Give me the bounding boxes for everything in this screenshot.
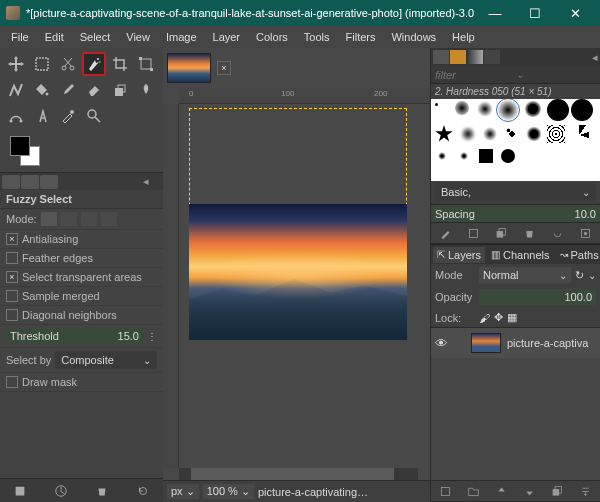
layer-list[interactable]: 👁 picture-a-captiva — [431, 327, 600, 480]
feather-row[interactable]: Feather edges — [0, 249, 163, 268]
fg-bg-color[interactable] — [10, 136, 50, 172]
lock-alpha-icon[interactable]: ▦ — [507, 311, 517, 324]
refresh-brush-icon[interactable] — [551, 227, 564, 240]
minimize-button[interactable]: — — [476, 0, 514, 26]
horizontal-scrollbar[interactable] — [179, 468, 418, 480]
duplicate-brush-icon[interactable] — [495, 227, 508, 240]
fuzzy-select-tool[interactable] — [82, 52, 106, 76]
reset-icon[interactable] — [136, 484, 150, 498]
sample-merged-row[interactable]: Sample merged — [0, 287, 163, 306]
mode-switch-icon[interactable]: ↻ — [575, 269, 584, 282]
paths-tab[interactable]: ↝Paths — [556, 247, 600, 263]
patterns-tab-icon[interactable] — [450, 50, 466, 64]
select-transparent-checkbox[interactable] — [6, 271, 18, 283]
menu-help[interactable]: Help — [445, 29, 482, 45]
spacing-row[interactable]: Spacing10.0 — [431, 204, 600, 222]
path-tool[interactable] — [4, 104, 28, 128]
bucket-fill-tool[interactable] — [30, 78, 54, 102]
zoom-tool[interactable] — [82, 104, 106, 128]
merge-down-icon[interactable] — [579, 485, 592, 498]
threshold-slider[interactable]: Threshold15.0 — [6, 328, 143, 344]
restore-preset-icon[interactable] — [54, 484, 68, 498]
feather-checkbox[interactable] — [6, 252, 18, 264]
brushes-tab-icon[interactable] — [433, 50, 449, 64]
tab-device-status[interactable] — [21, 175, 39, 189]
scissors-tool[interactable] — [56, 52, 80, 76]
smudge-tool[interactable] — [134, 78, 158, 102]
drawmask-checkbox[interactable] — [6, 376, 18, 388]
new-group-icon[interactable] — [467, 485, 480, 498]
menu-file[interactable]: File — [4, 29, 36, 45]
visibility-eye-icon[interactable]: 👁 — [435, 336, 449, 351]
menu-tools[interactable]: Tools — [297, 29, 337, 45]
text-tool[interactable] — [30, 104, 54, 128]
threshold-spinner-icon[interactable]: ⋮ — [147, 331, 157, 342]
lock-position-icon[interactable]: ✥ — [494, 311, 503, 324]
mode-chevron-icon[interactable]: ⌄ — [588, 270, 596, 281]
blend-mode-dropdown[interactable]: Normal⌄ — [479, 267, 571, 283]
image-tab-close-icon[interactable]: × — [217, 61, 231, 75]
layer-down-icon[interactable] — [523, 485, 536, 498]
select-transparent-row[interactable]: Select transparent areas — [0, 268, 163, 287]
selectby-dropdown[interactable]: Composite⌄ — [55, 351, 157, 369]
menu-image[interactable]: Image — [159, 29, 204, 45]
mode-intersect-icon[interactable] — [101, 212, 117, 226]
new-layer-icon[interactable] — [439, 485, 452, 498]
menu-layer[interactable]: Layer — [206, 29, 248, 45]
diagonal-row[interactable]: Diagonal neighbors — [0, 306, 163, 325]
transform-tool[interactable] — [134, 52, 158, 76]
tab-undo-history[interactable] — [40, 175, 58, 189]
menu-colors[interactable]: Colors — [249, 29, 295, 45]
delete-preset-icon[interactable] — [95, 484, 109, 498]
warp-tool[interactable] — [4, 78, 28, 102]
layers-tab[interactable]: ⇱Layers — [433, 247, 485, 263]
brush-preset-dropdown[interactable]: Basic,⌄ — [435, 183, 596, 201]
edit-brush-icon[interactable] — [439, 227, 452, 240]
color-picker-tool[interactable] — [56, 104, 80, 128]
duplicate-layer-icon[interactable] — [551, 485, 564, 498]
close-button[interactable]: ✕ — [556, 0, 594, 26]
brush-filter-input[interactable]: filter⌄ — [431, 66, 600, 84]
gradients-tab-icon[interactable] — [467, 50, 483, 64]
paintbrush-tool[interactable] — [56, 78, 80, 102]
lock-pixels-icon[interactable]: 🖌 — [479, 312, 490, 324]
menu-filters[interactable]: Filters — [339, 29, 383, 45]
maximize-button[interactable]: ☐ — [516, 0, 554, 26]
tab-tool-options[interactable] — [2, 175, 20, 189]
threshold-row[interactable]: Threshold15.0 ⋮ — [0, 325, 163, 348]
save-preset-icon[interactable] — [13, 484, 27, 498]
drawmask-row[interactable]: Draw mask — [0, 373, 163, 392]
scrollbar-thumb[interactable] — [191, 468, 394, 480]
menu-select[interactable]: Select — [73, 29, 118, 45]
diagonal-checkbox[interactable] — [6, 309, 18, 321]
menu-view[interactable]: View — [119, 29, 157, 45]
dock-menu-icon[interactable]: ◂ — [592, 51, 598, 64]
unit-selector[interactable]: px ⌄ — [167, 484, 199, 499]
mode-replace-icon[interactable] — [41, 212, 57, 226]
layer-up-icon[interactable] — [495, 485, 508, 498]
layer-name[interactable]: picture-a-captiva — [507, 337, 588, 349]
fg-color-swatch[interactable] — [10, 136, 30, 156]
menu-edit[interactable]: Edit — [38, 29, 71, 45]
move-tool[interactable] — [4, 52, 28, 76]
horizontal-ruler[interactable]: 0 100 200 — [179, 88, 430, 104]
crop-tool[interactable] — [108, 52, 132, 76]
layer-thumbnail[interactable] — [471, 333, 501, 353]
tab-menu-icon[interactable]: ◂ — [143, 175, 161, 189]
image-tab-thumbnail[interactable] — [167, 53, 211, 83]
sample-merged-checkbox[interactable] — [6, 290, 18, 302]
image-content[interactable] — [189, 204, 407, 340]
clone-tool[interactable] — [108, 78, 132, 102]
eraser-tool[interactable] — [82, 78, 106, 102]
canvas[interactable] — [179, 104, 430, 468]
delete-brush-icon[interactable] — [523, 227, 536, 240]
open-as-image-icon[interactable] — [579, 227, 592, 240]
menu-windows[interactable]: Windows — [384, 29, 443, 45]
vertical-ruler[interactable] — [163, 104, 179, 468]
layer-row[interactable]: 👁 picture-a-captiva — [431, 328, 600, 358]
antialias-checkbox[interactable] — [6, 233, 18, 245]
channels-tab[interactable]: ▥Channels — [487, 247, 553, 263]
antialias-row[interactable]: Antialiasing — [0, 230, 163, 249]
opacity-slider[interactable]: 100.0 — [479, 289, 596, 305]
rect-select-tool[interactable] — [30, 52, 54, 76]
